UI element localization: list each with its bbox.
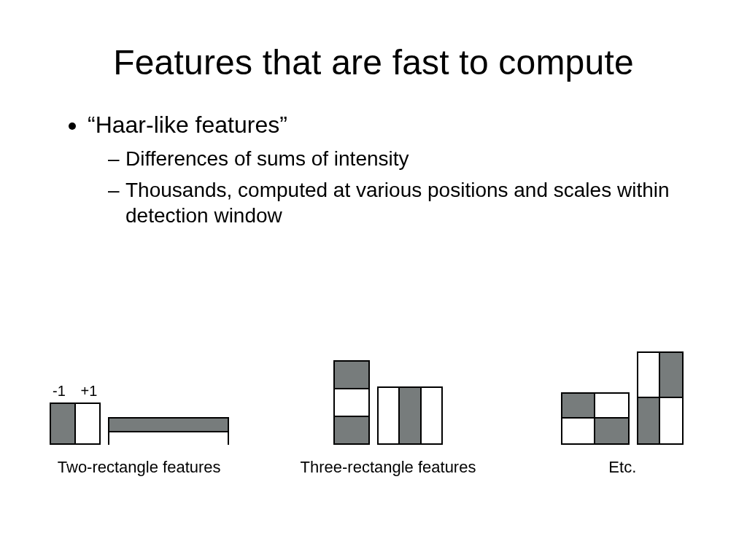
two-rectangle-group: -1 +1 Two-rectangle features <box>37 343 241 477</box>
etc-group: Etc. <box>535 343 710 477</box>
slide-title: Features that are fast to compute <box>0 0 747 82</box>
bullet-main: “Haar-like features” Differences of sums… <box>88 112 689 228</box>
sub-bullet-2: Thousands, computed at various positions… <box>108 177 689 228</box>
sub-bullet-list: Differences of sums of intensity Thousan… <box>88 146 689 228</box>
three-rect-vertical-icon <box>333 360 370 445</box>
two-rect-vertical-wrap: -1 +1 <box>50 383 101 445</box>
two-rectangle-figures: -1 +1 <box>50 343 229 445</box>
weight-minus-one: -1 <box>53 383 66 400</box>
sub-bullet-1: Differences of sums of intensity <box>108 146 689 171</box>
figure-row: -1 +1 Two-rectangle features <box>0 343 747 477</box>
four-rect-tall-icon <box>637 351 684 445</box>
etc-caption: Etc. <box>608 458 636 477</box>
four-rect-wide-icon <box>561 392 630 445</box>
weight-annotations: -1 +1 <box>50 383 101 400</box>
slide: Features that are fast to compute “Haar-… <box>0 0 747 560</box>
two-rect-horizontal-icon <box>108 417 229 445</box>
two-rect-vertical-icon <box>50 402 101 445</box>
three-rectangle-group: Three-rectangle features <box>286 343 490 477</box>
three-rect-horizontal-icon <box>377 386 443 445</box>
bullet-main-text: “Haar-like features” <box>88 112 287 138</box>
two-rect-caption: Two-rectangle features <box>58 458 221 477</box>
weight-plus-one: +1 <box>80 383 97 400</box>
three-rect-caption: Three-rectangle features <box>301 458 476 477</box>
slide-body: “Haar-like features” Differences of sums… <box>0 82 747 228</box>
etc-figures <box>561 343 684 445</box>
bullet-list: “Haar-like features” Differences of sums… <box>58 112 689 228</box>
three-rectangle-figures <box>333 343 443 445</box>
